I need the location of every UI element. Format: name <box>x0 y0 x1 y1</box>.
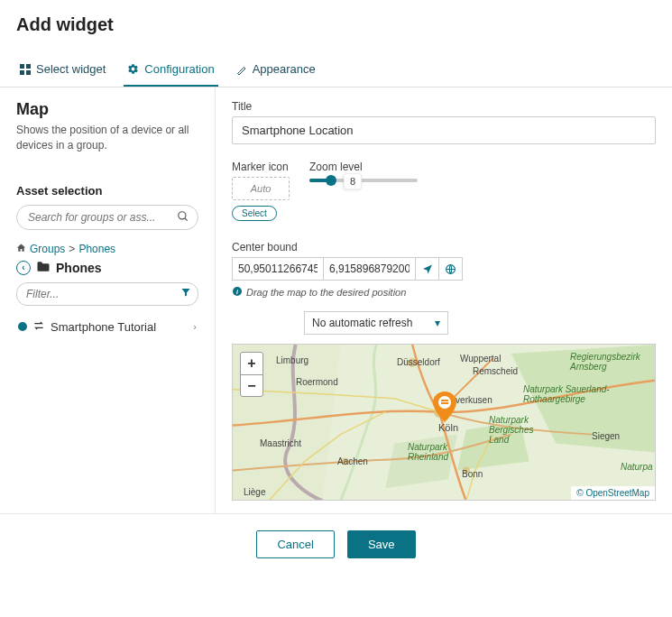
refresh-selected: No automatic refresh <box>312 317 412 329</box>
marker-icon-preview: Auto <box>232 177 290 200</box>
widget-type-name: Map <box>16 100 198 119</box>
group-header[interactable]: ‹ Phones <box>16 261 198 275</box>
save-button[interactable]: Save <box>347 530 416 558</box>
tab-label: Configuration <box>144 62 214 76</box>
svg-point-12 <box>463 466 470 474</box>
info-icon: i <box>232 286 243 299</box>
tab-select-widget[interactable]: Select widget <box>16 53 109 87</box>
center-hint: Drag the map to the desired position <box>246 287 406 298</box>
svg-point-4 <box>179 211 186 218</box>
chevron-down-icon: ▾ <box>435 317 440 329</box>
filter-icon[interactable] <box>180 287 191 300</box>
swap-icon <box>32 320 45 334</box>
breadcrumb-sep: > <box>69 243 75 255</box>
radio-selected-icon <box>18 322 27 331</box>
zoom-label: Zoom level <box>309 161 418 173</box>
gear-icon <box>127 63 139 75</box>
zoom-slider[interactable] <box>309 179 418 182</box>
refresh-select[interactable]: No automatic refresh ▾ <box>304 311 448 335</box>
zoom-out-button[interactable]: − <box>241 374 262 396</box>
svg-rect-3 <box>26 70 31 75</box>
page-title: Add widget <box>16 14 656 35</box>
filter-input[interactable] <box>16 282 198 306</box>
cancel-button[interactable]: Cancel <box>256 530 334 558</box>
breadcrumb: Groups > Phones <box>16 243 198 255</box>
locate-button[interactable] <box>416 257 439 281</box>
zoom-value: 8 <box>344 173 362 189</box>
widget-type-desc: Shows the position of a device or all de… <box>16 123 198 153</box>
zoom-in-button[interactable]: + <box>241 353 262 374</box>
svg-rect-0 <box>20 64 24 69</box>
svg-rect-16 <box>441 402 448 404</box>
asset-selection-label: Asset selection <box>16 184 198 198</box>
select-marker-button[interactable]: Select <box>232 206 277 221</box>
tab-appearance[interactable]: Appearance <box>233 53 319 87</box>
title-input[interactable] <box>232 116 656 144</box>
svg-line-5 <box>185 217 188 220</box>
svg-point-13 <box>341 457 348 465</box>
brush-icon <box>236 64 247 75</box>
tab-label: Appearance <box>253 62 316 76</box>
center-bound-label: Center bound <box>232 241 656 253</box>
back-icon[interactable]: ‹ <box>16 261 31 275</box>
svg-point-11 <box>408 358 417 367</box>
map-attribution[interactable]: © OpenStreetMap <box>571 486 655 500</box>
list-item-label: Smartphone Tutorial <box>51 320 156 334</box>
map-zoom-control: + − <box>240 352 263 397</box>
map[interactable]: + − Limburg Roermond Düsseldorf Wupperta… <box>232 344 656 501</box>
tab-label: Select widget <box>36 62 106 76</box>
breadcrumb-root[interactable]: Groups <box>30 243 65 255</box>
grid-icon <box>20 64 31 75</box>
svg-rect-2 <box>20 70 24 75</box>
list-item[interactable]: Smartphone Tutorial › <box>16 315 198 339</box>
svg-rect-15 <box>441 400 448 401</box>
search-input[interactable] <box>16 205 198 230</box>
tab-bar: Select widget Configuration Appearance <box>0 53 672 87</box>
group-name: Phones <box>56 261 102 275</box>
breadcrumb-current[interactable]: Phones <box>78 243 115 255</box>
search-icon[interactable] <box>177 210 189 226</box>
chevron-right-icon: › <box>193 321 197 332</box>
marker-icon-label: Marker icon <box>232 161 290 173</box>
slider-thumb[interactable] <box>326 175 336 186</box>
lng-input[interactable] <box>324 257 416 281</box>
globe-button[interactable] <box>439 257 463 281</box>
folder-icon <box>36 261 51 275</box>
tab-configuration[interactable]: Configuration <box>124 53 217 87</box>
lat-input[interactable] <box>232 257 324 281</box>
svg-rect-1 <box>26 64 31 69</box>
title-label: Title <box>232 100 656 113</box>
map-marker-icon[interactable] <box>433 391 456 425</box>
home-icon[interactable] <box>16 243 26 255</box>
